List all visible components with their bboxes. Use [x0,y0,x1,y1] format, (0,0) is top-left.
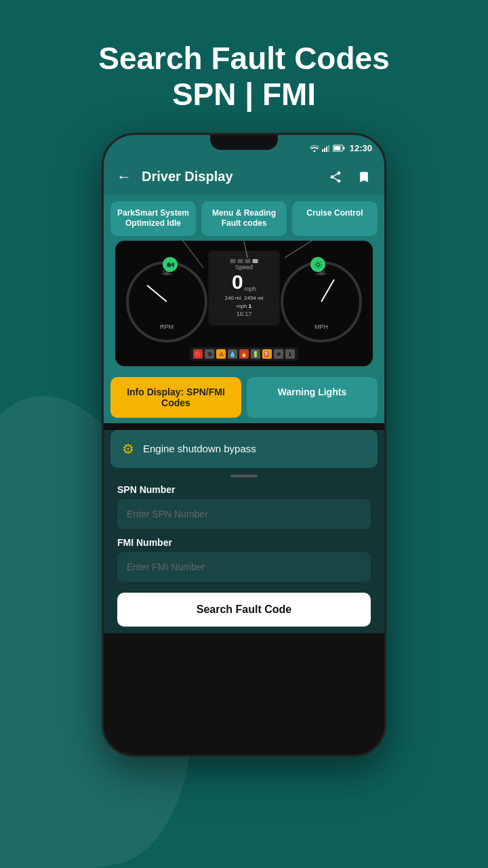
share-icon [329,170,342,184]
time-display: 12:30 [350,143,372,153]
warn-icon-3: ⚠ [216,349,226,359]
center-display: Speed 0 mph 240 mi 2454 mi mph 1 16:17 [209,251,280,326]
svg-line-8 [183,241,203,268]
svg-point-7 [317,263,319,266]
warn-icon-7: ⛽ [262,349,272,359]
phone-frame: 12:30 ← Driver Display ParkSmart System … [102,133,386,757]
dashboard-display: RPM MPH [115,241,373,366]
feature-buttons-row: ParkSmart System Optimized Idle Menu & R… [104,195,384,236]
svg-line-10 [285,241,312,258]
bookmark-icon [357,170,371,184]
fmi-label: FMI Number [117,537,371,548]
right-gauge: MPH [281,261,362,342]
speed-value: 0 [232,272,243,292]
drag-handle [230,475,258,477]
svg-rect-3 [328,145,329,152]
app-bar-title: Driver Display [142,169,318,184]
svg-rect-1 [324,148,325,152]
tab-warning-lights[interactable]: Warning Lights [247,377,378,418]
feature-btn-menu[interactable]: Menu & Reading Fault codes [201,201,287,236]
tab-info-display[interactable]: Info Display: SPN/FMI Codes [110,377,241,418]
bookmark-button[interactable] [353,166,375,188]
battery-icon [333,144,345,152]
trip-info: 240 mi 2454 mi mph 1 [225,294,264,311]
status-icons: 12:30 [310,143,372,153]
search-fault-code-button[interactable]: Search Fault Code [117,593,371,627]
warn-icon-4: 💧 [228,349,237,359]
warn-icon-9: 🌡 [285,349,295,359]
tab-buttons-row: Info Display: SPN/FMI Codes Warning Ligh… [104,372,384,423]
fmi-input[interactable] [117,552,371,582]
dashboard-area: RPM MPH [104,236,384,372]
svg-rect-6 [333,146,340,151]
speed-unit: mph [245,285,257,292]
app-title: Search Fault Codes SPN | FMI [98,41,389,113]
warn-icon-6: 🔋 [251,349,260,359]
engine-shutdown-bypass-button[interactable]: ⚙ Engine shutdown bypass [110,430,378,468]
warn-icon-8: ❄ [274,349,283,359]
spn-label: SPN Number [117,484,371,495]
svg-rect-2 [326,146,327,152]
app-bar-actions [325,166,375,188]
back-button[interactable]: ← [113,166,135,188]
settings-icon-dash [314,260,323,269]
app-bar: ← Driver Display [104,159,384,195]
content-area: ⚙ Engine shutdown bypass SPN Number FMI … [104,430,384,633]
svg-rect-0 [322,149,323,152]
warn-icon-5: 🔥 [239,349,249,359]
left-gauge: RPM [126,261,207,342]
signal-icon [322,144,330,152]
share-button[interactable] [325,166,346,188]
svg-rect-5 [343,147,344,150]
header-section: Search Fault Codes SPN | FMI [98,41,389,113]
bypass-button-label: Engine shutdown bypass [143,443,256,454]
warning-icons-row: 🔴 ⚙ ⚠ 💧 🔥 🔋 ⛽ ❄ 🌡 [190,347,298,361]
wifi-icon [310,144,319,152]
feature-btn-cruise[interactable]: Cruise Control [292,201,378,236]
bypass-icon: ⚙ [120,441,136,457]
phone-notch [210,135,278,150]
feature-btn-parksmart[interactable]: ParkSmart System Optimized Idle [110,201,196,236]
warn-icon-2: ⚙ [205,349,214,359]
speed-label: Speed [235,264,253,271]
spn-input[interactable] [117,499,371,529]
time-on-display: 16:17 [237,311,252,317]
engine-icon [166,260,175,269]
warn-icon-1: 🔴 [193,349,203,359]
form-section: SPN Number FMI Number Search Fault Code [110,484,378,633]
